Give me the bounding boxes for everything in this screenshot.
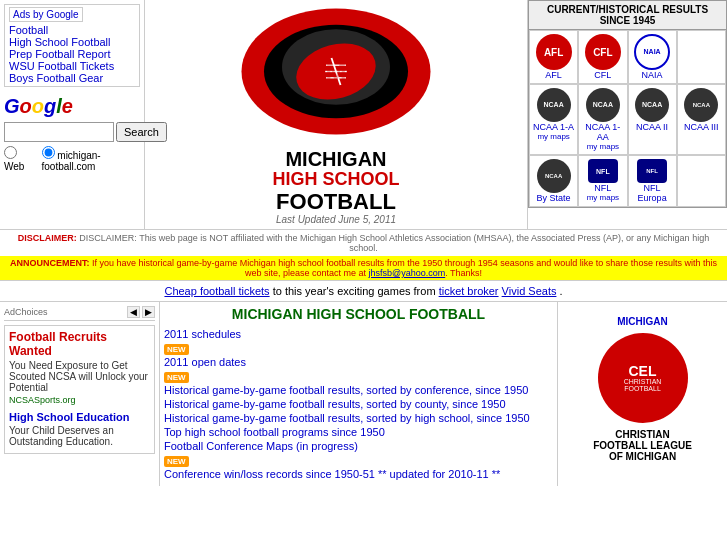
ad-link-highschool[interactable]: High School Football bbox=[9, 36, 135, 48]
disclaimer-text: DISCLAIMER: DISCLAIMER: This web page is… bbox=[8, 233, 719, 253]
ncaa1aa-badge: NCAA bbox=[586, 88, 620, 122]
ad-link-boys[interactable]: Boys Football Gear bbox=[9, 72, 135, 84]
contact-email[interactable]: jhsfsb@yahoo.com bbox=[369, 268, 446, 278]
search-row: Search bbox=[4, 122, 140, 142]
ad-link-prep[interactable]: Prep Football Report bbox=[9, 48, 135, 60]
ncaa1aa-maps: my maps bbox=[581, 142, 624, 151]
bottom-center: MICHIGAN HIGH SCHOOL FOOTBALL 2011 sched… bbox=[160, 302, 557, 486]
cfl-title-2: FOOTBALL LEAGUE bbox=[562, 440, 723, 451]
grid-ncaa2: NCAA NCAA II bbox=[628, 84, 677, 155]
logo-svg: M bbox=[216, 4, 456, 148]
ads-label: Ads by Google bbox=[9, 7, 83, 22]
ad-link-wsu[interactable]: WSU Football Tickets bbox=[9, 60, 135, 72]
ad-links-list: Football High School Football Prep Footb… bbox=[9, 24, 135, 84]
radio-web[interactable] bbox=[4, 146, 17, 159]
cel-subtext: CHRISTIANFOOTBALL bbox=[624, 378, 662, 392]
naia-badge: NAIA bbox=[634, 34, 670, 70]
link-school: Historical game-by-game football results… bbox=[164, 412, 553, 424]
grid-ncaa1aa: NCAA NCAA 1-AA my maps bbox=[578, 84, 627, 155]
disclaimer-area: DISCLAIMER: DISCLAIMER: This web page is… bbox=[0, 229, 727, 256]
grid-cfl: CFL CFL bbox=[578, 30, 627, 84]
ncaa3-link[interactable]: NCAA III bbox=[680, 122, 723, 132]
ad-headline2: High School Education bbox=[9, 411, 150, 423]
records-link[interactable]: Conference win/loss records since 1950-5… bbox=[164, 468, 553, 480]
ad-link1: NCSASports.org bbox=[9, 395, 150, 405]
vivid-seats-link[interactable]: Vivid Seats bbox=[502, 285, 557, 297]
maps-link[interactable]: Football Conference Maps (in progress) bbox=[164, 440, 553, 452]
link-schedules: 2011 schedules NEW bbox=[164, 328, 553, 354]
county-link[interactable]: Historical game-by-game football results… bbox=[164, 398, 553, 410]
announcement: ANNOUNCEMENT: If you have historical gam… bbox=[0, 256, 727, 280]
cel-text: CEL bbox=[624, 364, 662, 378]
schedules-link[interactable]: 2011 schedules bbox=[164, 328, 553, 340]
radio-site[interactable] bbox=[42, 146, 55, 159]
new-badge-1: NEW bbox=[164, 344, 189, 355]
search-input[interactable] bbox=[4, 122, 114, 142]
cfl-box: MICHIGAN CEL CHRISTIANFOOTBALL CHRISTIAN… bbox=[562, 316, 723, 462]
results-grid: AFL AFL CFL CFL NAIA NAIA NCAA NCAA 1-A … bbox=[529, 30, 726, 207]
naia-link[interactable]: NAIA bbox=[631, 70, 674, 80]
nfl-link[interactable]: NFL bbox=[581, 183, 624, 193]
adchoices-label: AdChoices bbox=[4, 307, 48, 317]
afl-badge: AFL bbox=[536, 34, 572, 70]
school-link[interactable]: Historical game-by-game football results… bbox=[164, 412, 553, 424]
new-badge-3: NEW bbox=[164, 456, 189, 467]
cel-circle: CEL CHRISTIANFOOTBALL bbox=[598, 333, 688, 423]
grid-nfl-europa: NFL NFL Europa bbox=[628, 155, 677, 207]
logo-text: MICHIGAN HIGH SCHOOL FOOTBALL bbox=[272, 148, 399, 214]
michigan-label: MICHIGAN bbox=[562, 316, 723, 327]
new-badge-2: NEW bbox=[164, 372, 189, 383]
radio-site-label[interactable]: michigan-football.com bbox=[42, 146, 140, 172]
ncaa3-badge: NCAA bbox=[684, 88, 718, 122]
ad-text1: You Need Exposure to Get Scouted NCSA wi… bbox=[9, 360, 150, 393]
bottom-section: AdChoices ◀ ▶ Football Recruits Wanted Y… bbox=[0, 302, 727, 486]
ad-link-football[interactable]: Football bbox=[9, 24, 135, 36]
ad-headline1: Football Recruits Wanted bbox=[9, 330, 150, 358]
cfl-link[interactable]: CFL bbox=[581, 70, 624, 80]
content-links: 2011 schedules NEW 2011 open dates NEW H… bbox=[164, 328, 553, 480]
svg-text:M: M bbox=[326, 58, 347, 86]
grid-bystate: NCAA By State bbox=[529, 155, 578, 207]
grid-empty2 bbox=[677, 155, 726, 207]
radio-web-label[interactable]: Web bbox=[4, 146, 36, 172]
cfl-badge: CFL bbox=[585, 34, 621, 70]
top-link[interactable]: Top high school football programs since … bbox=[164, 426, 553, 438]
ncaa2-link[interactable]: NCAA II bbox=[631, 122, 674, 132]
open-dates-link[interactable]: 2011 open dates bbox=[164, 356, 553, 368]
ncaa1a-maps: my maps bbox=[532, 132, 575, 141]
afl-link[interactable]: AFL bbox=[532, 70, 575, 80]
ncaa2-badge: NCAA bbox=[635, 88, 669, 122]
results-title: CURRENT/HISTORICAL RESULTS SINCE 1945 bbox=[529, 1, 726, 30]
cfl-title-1: CHRISTIAN bbox=[562, 429, 723, 440]
last-updated: Last Updated June 5, 2011 bbox=[276, 214, 396, 225]
ad-box: Football Recruits Wanted You Need Exposu… bbox=[4, 325, 155, 454]
tickets-banner: Cheap football tickets to this year's ex… bbox=[0, 280, 727, 302]
nfl-europa-link[interactable]: NFL Europa bbox=[631, 183, 674, 203]
google-logo: Google bbox=[4, 95, 140, 118]
ticket-broker-link[interactable]: ticket broker bbox=[439, 285, 499, 297]
logo-box: M MICHIGAN HIGH SCHOOL FOOTBALL bbox=[206, 4, 466, 214]
link-conf: Historical game-by-game football results… bbox=[164, 384, 553, 396]
adchoices-next[interactable]: ▶ bbox=[142, 306, 155, 318]
ad-text2: Your Child Deserves an Outstanding Educa… bbox=[9, 425, 150, 447]
nfl-maps: my maps bbox=[581, 193, 624, 202]
adchoices-header: AdChoices ◀ ▶ bbox=[4, 306, 155, 321]
bottom-right: MICHIGAN CEL CHRISTIANFOOTBALL CHRISTIAN… bbox=[557, 302, 727, 486]
grid-empty1 bbox=[677, 30, 726, 84]
adchoices-prev[interactable]: ◀ bbox=[127, 306, 140, 318]
conf-link[interactable]: Historical game-by-game football results… bbox=[164, 384, 553, 396]
link-top: Top high school football programs since … bbox=[164, 426, 553, 438]
ncaa1aa-link[interactable]: NCAA 1-AA bbox=[581, 122, 624, 142]
ncaa1a-link[interactable]: NCAA 1-A bbox=[532, 122, 575, 132]
cheap-tickets-link[interactable]: Cheap football tickets bbox=[164, 285, 269, 297]
bystate-badge: NCAA bbox=[537, 159, 571, 193]
radio-row: Web michigan-football.com bbox=[4, 146, 140, 172]
bystate-link[interactable]: By State bbox=[532, 193, 575, 203]
google-search-area: Google Search Web michigan-football.com bbox=[4, 95, 140, 172]
center-panel: M MICHIGAN HIGH SCHOOL FOOTBALL Last Upd… bbox=[145, 0, 527, 229]
nfl-europa-badge: NFL bbox=[637, 159, 667, 183]
grid-ncaa1a: NCAA NCAA 1-A my maps bbox=[529, 84, 578, 155]
link-open-dates: 2011 open dates NEW bbox=[164, 356, 553, 382]
link-records: Conference win/loss records since 1950-5… bbox=[164, 468, 553, 480]
adchoices-nav: ◀ ▶ bbox=[127, 306, 155, 318]
